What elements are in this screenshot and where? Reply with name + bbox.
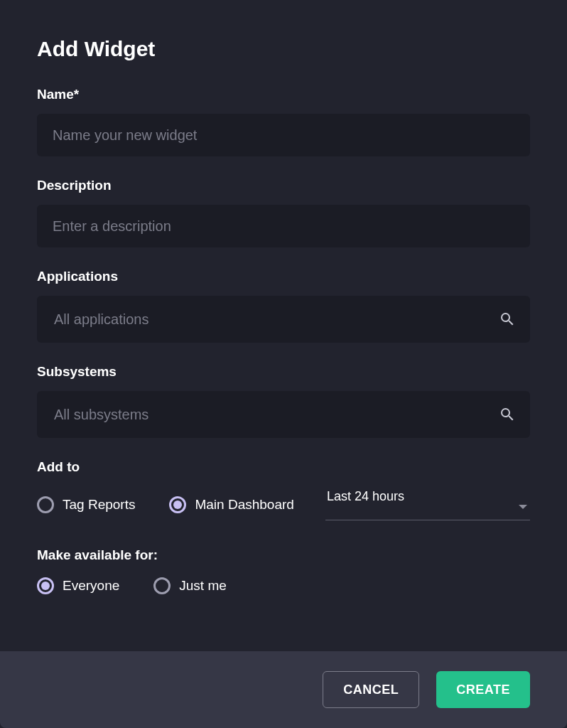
- cancel-button[interactable]: CANCEL: [323, 671, 419, 708]
- add-to-row: Tag Reports Main Dashboard Last 24 hours: [37, 489, 530, 520]
- description-label: Description: [37, 178, 530, 193]
- radio-tag-reports-label: Tag Reports: [63, 497, 135, 513]
- radio-main-dashboard-label: Main Dashboard: [195, 497, 293, 513]
- dialog-title: Add Widget: [37, 37, 530, 61]
- availability-section: Make available for: Everyone Just me: [37, 547, 530, 594]
- applications-field: Applications: [37, 269, 530, 343]
- radio-tag-reports[interactable]: Tag Reports: [37, 496, 135, 513]
- subsystems-input[interactable]: [37, 391, 530, 438]
- timeframe-select-wrap: Last 24 hours: [325, 489, 530, 520]
- name-field: Name*: [37, 87, 530, 156]
- applications-label: Applications: [37, 269, 530, 284]
- subsystems-field: Subsystems: [37, 364, 530, 438]
- radio-main-dashboard[interactable]: Main Dashboard: [169, 496, 293, 513]
- name-input[interactable]: [37, 114, 530, 156]
- availability-row: Everyone Just me: [37, 577, 530, 594]
- subsystems-combo: [37, 391, 530, 438]
- radio-just-me[interactable]: Just me: [153, 577, 227, 594]
- create-button[interactable]: CREATE: [436, 671, 530, 708]
- applications-input[interactable]: [37, 296, 530, 343]
- applications-combo: [37, 296, 530, 343]
- dialog-footer: CANCEL CREATE: [0, 651, 567, 728]
- radio-everyone-label: Everyone: [63, 578, 119, 594]
- timeframe-select[interactable]: Last 24 hours: [325, 489, 530, 520]
- radio-icon: [169, 496, 186, 513]
- radio-everyone[interactable]: Everyone: [37, 577, 119, 594]
- dialog-content: Add Widget Name* Description Application…: [0, 0, 567, 651]
- radio-icon: [37, 496, 54, 513]
- radio-icon: [153, 577, 171, 594]
- description-field: Description: [37, 178, 530, 247]
- name-label: Name*: [37, 87, 530, 102]
- subsystems-label: Subsystems: [37, 364, 530, 380]
- description-input[interactable]: [37, 205, 530, 247]
- availability-label: Make available for:: [37, 547, 530, 563]
- search-icon[interactable]: [499, 406, 516, 423]
- add-to-label: Add to: [37, 459, 530, 475]
- radio-just-me-label: Just me: [179, 578, 227, 594]
- add-to-section: Add to Tag Reports Main Dashboard Last 2…: [37, 459, 530, 520]
- search-icon[interactable]: [499, 311, 516, 328]
- radio-icon: [37, 577, 54, 594]
